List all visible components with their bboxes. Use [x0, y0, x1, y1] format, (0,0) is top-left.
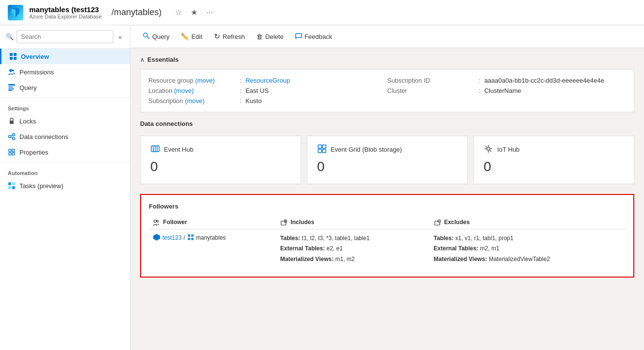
query-nav-icon — [8, 84, 16, 91]
event-hub-label: Event Hub — [164, 146, 194, 153]
resource-group-move-link[interactable]: (move) — [195, 77, 215, 84]
iot-hub-count: 0 — [483, 159, 624, 175]
svg-rect-3 — [14, 53, 17, 56]
tasks-icon — [8, 182, 16, 190]
essentials-section-header[interactable]: ∧ Essentials — [140, 56, 634, 63]
svg-rect-22 — [8, 182, 11, 185]
resource-group-value[interactable]: ResourceGroup — [246, 77, 290, 84]
follower-cell: test123 / — [149, 229, 276, 268]
permissions-icon — [8, 68, 16, 76]
excludes-icon — [434, 219, 442, 226]
sidebar-item-properties[interactable]: Properties — [0, 144, 130, 160]
location-move-link[interactable]: (move) — [174, 87, 194, 94]
feedback-label: Feedback — [304, 33, 332, 40]
essentials-title: Essentials — [147, 56, 179, 63]
follower-link[interactable]: test123 — [162, 234, 181, 241]
svg-rect-25 — [12, 186, 15, 189]
sidebar-item-permissions-label: Permissions — [19, 69, 54, 76]
svg-rect-8 — [8, 84, 15, 86]
excludes-materialized-views: Materialized Views: MaterializedViewTabl… — [434, 254, 622, 265]
sidebar-item-overview[interactable]: Overview — [0, 49, 130, 64]
includes-external-tables: External Tables: e2, e1 — [280, 244, 426, 254]
delete-label: Delete — [265, 33, 284, 40]
event-hub-card[interactable]: Event Hub 0 — [140, 136, 301, 184]
refresh-button[interactable]: ↻ Refresh — [209, 29, 250, 44]
cluster-value: ClusterName — [484, 87, 521, 94]
svg-point-26 — [143, 33, 147, 37]
search-input[interactable] — [17, 30, 113, 43]
locks-icon — [8, 117, 16, 125]
sidebar-item-query[interactable]: Query — [0, 80, 130, 95]
header-path: /manytables) — [111, 7, 161, 18]
svg-marker-52 — [153, 234, 160, 241]
favorite-icon[interactable]: ☆ — [173, 6, 184, 19]
collapse-sidebar-button[interactable]: « — [116, 32, 124, 42]
svg-point-43 — [154, 220, 157, 222]
svg-line-17 — [11, 137, 13, 138]
svg-rect-19 — [12, 149, 15, 152]
includes-tables: Tables: t1, t2, t3, *3, table1, lable1 — [280, 233, 426, 244]
svg-rect-53 — [188, 234, 190, 237]
header-subtitle: Azure Data Explorer Database — [29, 14, 102, 19]
delete-icon: 🗑 — [256, 33, 263, 40]
event-grid-card[interactable]: Event Grid (Blob storage) 0 — [307, 136, 468, 184]
page-content: ∧ Essentials Resource group (move) : Res… — [130, 48, 644, 293]
sidebar-item-data-connections[interactable]: Data connections — [0, 129, 130, 144]
subscription-value: Kusto — [246, 97, 262, 105]
refresh-label: Refresh — [223, 33, 245, 40]
query-button[interactable]: Query — [138, 30, 174, 44]
essentials-chevron-icon: ∧ — [140, 56, 144, 63]
event-grid-count: 0 — [317, 159, 458, 175]
delete-button[interactable]: 🗑 Delete — [251, 30, 288, 43]
excludes-tables: Tables: x1, v1, r1, tabl1, prop1 — [434, 233, 622, 244]
automation-section-header: Automation — [0, 164, 130, 178]
svg-rect-20 — [9, 153, 11, 155]
sidebar-item-permissions[interactable]: Permissions — [0, 64, 130, 80]
table-row: test123 / — [149, 229, 626, 268]
svg-rect-9 — [8, 87, 13, 88]
svg-line-16 — [11, 135, 13, 136]
essentials-grid: Resource group (move) : ResourceGroup Lo… — [140, 69, 634, 112]
svg-point-13 — [9, 136, 11, 138]
feedback-button[interactable]: Feedback — [290, 30, 337, 44]
sidebar-item-locks[interactable]: Locks — [0, 113, 130, 129]
subscription-move-link[interactable]: (move) — [185, 97, 204, 105]
refresh-icon: ↻ — [214, 32, 220, 41]
top-header: manytables (test123 Azure Data Explorer … — [0, 0, 644, 25]
svg-point-14 — [13, 134, 15, 136]
followers-table: Follower — [149, 216, 626, 269]
properties-icon — [8, 148, 16, 156]
svg-rect-56 — [191, 238, 194, 240]
subscription-id-label: Subscription ID — [387, 77, 475, 84]
location-label: Location (move) — [148, 87, 236, 94]
edit-icon: ✏️ — [181, 33, 189, 40]
svg-line-42 — [490, 150, 491, 152]
svg-point-6 — [9, 69, 12, 72]
header-actions: ☆ ★ ··· — [173, 6, 215, 19]
event-grid-label: Event Grid (Blob storage) — [331, 146, 402, 153]
svg-point-7 — [12, 70, 14, 71]
sidebar-item-query-label: Query — [19, 84, 36, 91]
toolbar: Query ✏️ Edit ↻ Refresh 🗑 Delete F — [130, 25, 644, 48]
content-area: Query ✏️ Edit ↻ Refresh 🗑 Delete F — [130, 25, 644, 350]
subscription-id-value: aaaa0a0a-bb1b-cc2c-dd3d-eeeeee4e4e4e — [484, 77, 605, 84]
follower-col-icon — [153, 219, 161, 226]
overview-icon — [9, 52, 17, 60]
sidebar-item-tasks[interactable]: Tasks (preview) — [0, 178, 130, 193]
sidebar-item-data-connections-label: Data connections — [19, 133, 68, 140]
svg-point-36 — [487, 147, 490, 150]
cluster-label: Cluster — [387, 87, 475, 94]
excludes-col-header: Excludes — [430, 216, 626, 229]
essentials-row-subscription: Subscription (move) : Kusto — [148, 96, 387, 106]
more-options-icon[interactable]: ··· — [204, 6, 215, 19]
edit-button[interactable]: ✏️ Edit — [176, 30, 207, 43]
star-icon[interactable]: ★ — [189, 6, 199, 19]
sidebar: 🔍 « Overview — [0, 25, 130, 350]
excludes-external-tables: External Tables: m2, m1 — [434, 244, 622, 254]
sidebar-item-locks-label: Locks — [19, 118, 36, 125]
iot-hub-card[interactable]: IoT Hub 0 — [473, 136, 634, 184]
svg-rect-34 — [318, 149, 322, 153]
svg-point-44 — [157, 220, 159, 222]
event-hub-count: 0 — [150, 159, 291, 175]
essentials-col-left: Resource group (move) : ResourceGroup Lo… — [148, 75, 387, 106]
